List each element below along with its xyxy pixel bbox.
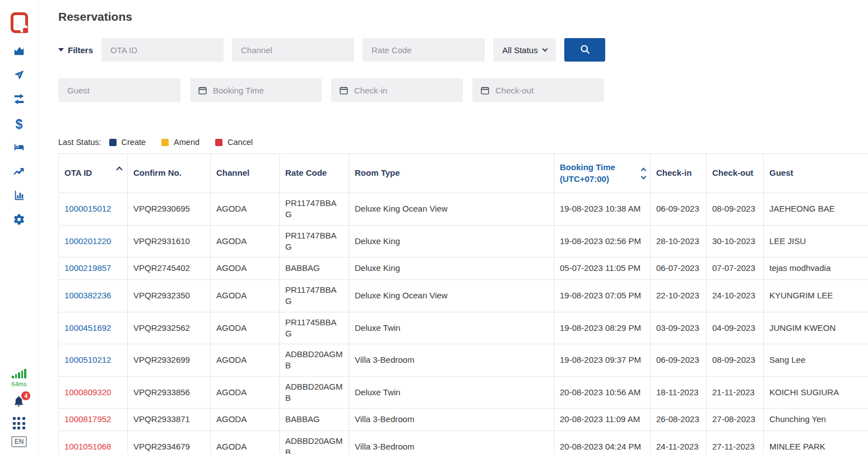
sidebar-item-finance[interactable]: $ [12, 118, 26, 131]
confirm-no-cell: VPQR2933856 [128, 376, 211, 409]
filters-row-2: Booking Time Check-in Check-out [58, 78, 868, 102]
check-in-cell: 03-09-2023 [651, 312, 707, 344]
check-in-picker[interactable]: Check-in [331, 78, 463, 102]
check-out-cell: 27-08-2023 [707, 409, 764, 431]
apps-grid-button[interactable] [13, 417, 25, 429]
legend-item-create: Create [109, 138, 146, 147]
ota-id-cell: 1000809320 [59, 376, 128, 409]
rate-code-cell: ADBBD20AGMB [280, 376, 349, 409]
header-guest: Guest [764, 154, 868, 193]
ota-id-link[interactable]: 1000201220 [64, 236, 111, 246]
confirm-no-cell: VPQR2934679 [128, 431, 211, 454]
status-legend: Last Status: Create Amend Cancel [58, 138, 868, 147]
channel-input[interactable] [232, 38, 354, 62]
legend-item-label: Amend [174, 138, 199, 147]
sort-both-icon[interactable] [642, 169, 646, 179]
check-in-cell: 18-11-2023 [651, 376, 707, 409]
check-out-cell: 08-09-2023 [707, 193, 764, 226]
check-in-placeholder: Check-in [354, 86, 387, 95]
sidebar: $ 64ms [0, 0, 39, 454]
confirm-no-cell: VPQR2933871 [128, 409, 211, 431]
check-out-cell: 08-09-2023 [707, 344, 764, 377]
network-signal-icon [12, 368, 26, 378]
booking-time-cell: 19-08-2023 07:05 PM [554, 280, 651, 312]
search-icon [579, 44, 591, 57]
header-booking-time[interactable]: Booking Time (UTC+07:00) [554, 154, 651, 193]
check-out-picker[interactable]: Check-out [472, 78, 604, 102]
room-type-cell: Deluxe King Ocean View [349, 193, 554, 226]
status-select[interactable]: All Status [493, 38, 556, 62]
check-in-cell: 28-10-2023 [651, 225, 707, 258]
confirm-no-cell: VPQR2931610 [128, 225, 211, 258]
reservations-table-body: 1000015012VPQR2930695AGODAPR11747BBAGDel… [59, 193, 868, 454]
ota-id-cell: 1000201220 [59, 225, 128, 258]
rate-code-input[interactable] [363, 38, 485, 62]
notification-badge: 4 [21, 391, 30, 400]
sidebar-item-rooms[interactable] [12, 142, 26, 155]
legend-item-label: Cancel [228, 138, 253, 147]
channel-cell: AGODA [211, 376, 280, 409]
check-out-cell: 24-10-2023 [707, 280, 764, 312]
rate-code-cell: BABBAG [280, 258, 349, 280]
check-in-cell: 06-07-2023 [651, 258, 707, 280]
language-switcher[interactable]: EN [11, 436, 27, 447]
ota-id-link[interactable]: 1000382236 [64, 291, 111, 300]
ota-id-input[interactable] [101, 38, 224, 62]
rate-code-cell: ADBBD20AGMB [280, 344, 349, 377]
rate-code-cell: PR11747BBAG [280, 193, 349, 226]
trend-up-icon [13, 165, 25, 180]
sidebar-item-distribution[interactable] [12, 69, 26, 83]
sidebar-item-reports[interactable] [12, 190, 26, 203]
filters-toggle-label: Filters [68, 45, 93, 55]
guest-input[interactable] [58, 78, 180, 102]
transfer-arrows-icon [13, 93, 25, 107]
confirm-no-cell: VPQR2932562 [128, 312, 211, 344]
booking-time-picker[interactable]: Booking Time [190, 78, 322, 102]
booking-time-cell: 19-08-2023 09:37 PM [554, 344, 651, 377]
app-logo[interactable] [11, 12, 28, 33]
legend-item-label: Create [122, 138, 146, 147]
create-color-swatch [109, 139, 117, 146]
search-button[interactable] [564, 38, 605, 62]
sidebar-item-dashboard[interactable] [12, 45, 26, 59]
filters-toggle[interactable]: Filters [58, 45, 101, 55]
ota-id-link[interactable]: 1000510212 [64, 355, 111, 364]
dollar-icon: $ [16, 118, 23, 131]
table-header-row: OTA ID Confirm No. Channel Rate Code Roo… [59, 154, 868, 193]
guest-cell: KOICHI SUGIURA [764, 376, 868, 409]
ota-id-cell: 1000015012 [59, 193, 128, 226]
ota-id-link[interactable]: 1000015012 [64, 204, 111, 213]
ota-id-cell: 1001051068 [59, 431, 128, 454]
ota-id-link[interactable]: 1000451692 [64, 323, 111, 333]
bell-icon [12, 400, 25, 410]
gear-icon [13, 213, 25, 228]
check-in-cell: 24-11-2023 [651, 431, 707, 454]
check-in-cell: 06-09-2023 [651, 193, 707, 226]
room-type-cell: Deluxe King [349, 225, 554, 258]
logo-dot [23, 28, 28, 33]
room-type-cell: Deluxe King [349, 258, 554, 280]
sidebar-item-trends[interactable] [12, 166, 26, 179]
room-type-cell: Villa 3-Bedroom [349, 344, 554, 377]
booking-time-cell: 20-08-2023 11:09 AM [554, 409, 651, 431]
sidebar-item-transfers[interactable] [12, 93, 26, 107]
ota-id-link[interactable]: 1001051068 [64, 442, 111, 451]
ota-id-link[interactable]: 1000219857 [64, 263, 111, 273]
confirm-no-cell: VPQR2932350 [128, 280, 211, 312]
header-rate-code: Rate Code [280, 154, 349, 193]
guest-cell: Chunching Yen [764, 409, 868, 431]
sort-asc-icon[interactable] [116, 166, 122, 172]
header-ota-id[interactable]: OTA ID [59, 154, 128, 193]
notifications-button[interactable]: 4 [12, 395, 25, 410]
channel-cell: AGODA [211, 258, 280, 280]
status-select-value: All Status [502, 45, 537, 55]
chevron-down-icon [542, 46, 547, 52]
bar-chart-icon [13, 189, 25, 204]
sidebar-item-settings[interactable] [12, 214, 26, 227]
ota-id-link[interactable]: 1000809320 [64, 387, 111, 397]
ota-id-link[interactable]: 1000817952 [64, 414, 111, 424]
reservations-table: OTA ID Confirm No. Channel Rate Code Roo… [58, 153, 868, 454]
check-out-cell: 07-07-2023 [707, 258, 764, 280]
room-type-cell: Deluxe King Ocean View [349, 280, 554, 312]
booking-time-cell: 20-08-2023 10:56 AM [554, 376, 651, 409]
